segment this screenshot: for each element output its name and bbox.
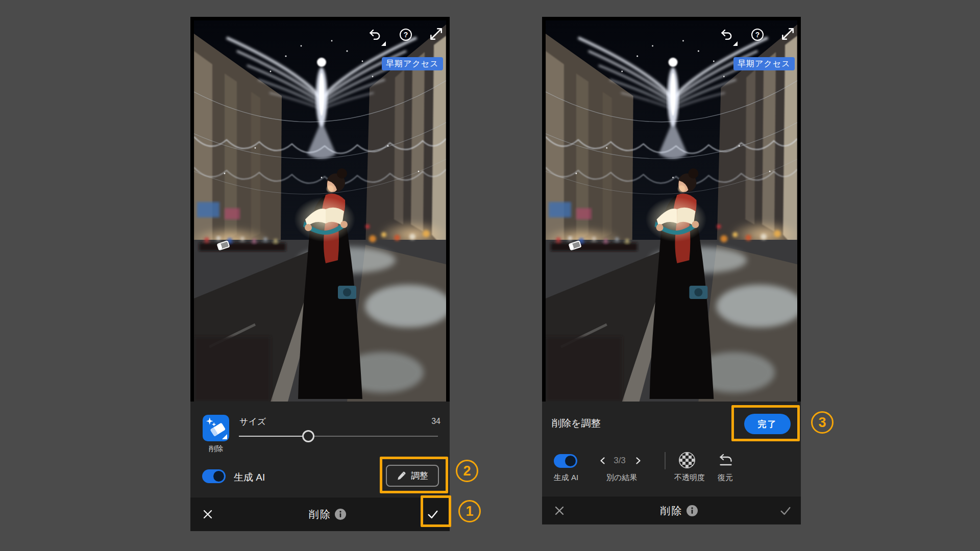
chevron-right-icon — [634, 457, 642, 465]
restore-button[interactable] — [718, 454, 733, 467]
undo-button[interactable] — [369, 29, 387, 46]
previous-result-button[interactable] — [599, 457, 607, 465]
tool-options-triangle-icon — [222, 434, 227, 439]
panel-title: 削除を調整 — [552, 417, 600, 430]
help-button[interactable] — [751, 28, 764, 41]
photo-canvas[interactable]: 早期アクセス — [194, 20, 446, 402]
tutorial-stage: 早期アクセス 削除 サイズ 34 生成 AI — [0, 0, 980, 551]
undo-icon — [720, 29, 733, 42]
gen-ai-label: 生成 AI — [234, 471, 265, 484]
highlight-box-adjust — [380, 457, 448, 493]
toggle-knob — [213, 471, 224, 482]
eraser-cursor[interactable] — [567, 237, 584, 254]
undo-icon — [369, 29, 382, 42]
undo-options-triangle-icon — [381, 41, 386, 46]
step-number-2: 2 — [456, 460, 478, 482]
photo-canvas[interactable]: 早期アクセス — [546, 20, 797, 402]
opacity-label: 不透明度 — [668, 473, 711, 483]
gen-ai-label: 生成 AI — [547, 473, 585, 483]
question-icon — [751, 28, 764, 41]
size-slider[interactable] — [239, 430, 438, 442]
bar-title: 削除 — [542, 504, 801, 517]
slider-track-rest — [308, 436, 438, 437]
next-result-button[interactable] — [634, 457, 642, 465]
chevron-left-icon — [599, 457, 607, 465]
eraser-cursor[interactable] — [215, 237, 232, 254]
fullscreen-button[interactable] — [780, 27, 795, 41]
gen-ai-toggle[interactable] — [554, 454, 577, 468]
results-label: 別の結果 — [600, 473, 643, 483]
early-access-badge: 早期アクセス — [382, 57, 443, 70]
highlight-box-done — [731, 405, 800, 441]
eraser-cursor-icon — [215, 237, 232, 254]
step-number-3: 3 — [811, 411, 834, 434]
expand-icon — [780, 27, 795, 41]
info-icon — [334, 508, 347, 520]
highlight-box-apply — [421, 495, 451, 527]
question-icon — [399, 28, 412, 41]
expand-icon — [429, 27, 443, 41]
check-icon — [779, 505, 792, 517]
apply-button[interactable] — [779, 505, 792, 517]
undo-options-triangle-icon — [733, 41, 738, 46]
results-counter: 3/3 — [608, 456, 631, 466]
night-street-photo — [546, 20, 797, 402]
opacity-button[interactable] — [678, 452, 696, 469]
slider-track-filled — [239, 436, 308, 437]
bottom-action-bar: 削除 — [190, 497, 450, 531]
slider-handle[interactable] — [302, 430, 314, 442]
undo-button[interactable] — [720, 29, 739, 46]
bar-title: 削除 — [190, 508, 450, 521]
step-number-1: 1 — [458, 500, 481, 522]
info-icon — [686, 505, 698, 517]
remove-tool-label: 削除 — [198, 444, 234, 454]
early-access-badge: 早期アクセス — [733, 57, 795, 70]
info-button[interactable] — [686, 505, 698, 517]
restore-icon — [718, 454, 733, 467]
night-street-photo — [194, 20, 446, 402]
fullscreen-button[interactable] — [429, 27, 443, 41]
toggle-knob — [565, 456, 576, 466]
help-button[interactable] — [399, 28, 412, 41]
size-label: サイズ — [239, 416, 266, 428]
eraser-cursor-icon — [567, 237, 584, 254]
divider — [665, 452, 666, 469]
phone-screenshot-left: 早期アクセス 削除 サイズ 34 生成 AI — [190, 17, 450, 531]
info-button[interactable] — [334, 508, 347, 520]
bottom-action-bar: 削除 — [542, 496, 801, 524]
gen-ai-toggle[interactable] — [202, 469, 226, 483]
remove-tool-tile[interactable] — [203, 415, 229, 441]
restore-label: 復元 — [710, 473, 741, 483]
size-value: 34 — [431, 417, 440, 426]
phone-screenshot-right: 早期アクセス 削除を調整 完了 3/3 — [542, 17, 801, 524]
checkerboard-icon — [678, 452, 696, 469]
